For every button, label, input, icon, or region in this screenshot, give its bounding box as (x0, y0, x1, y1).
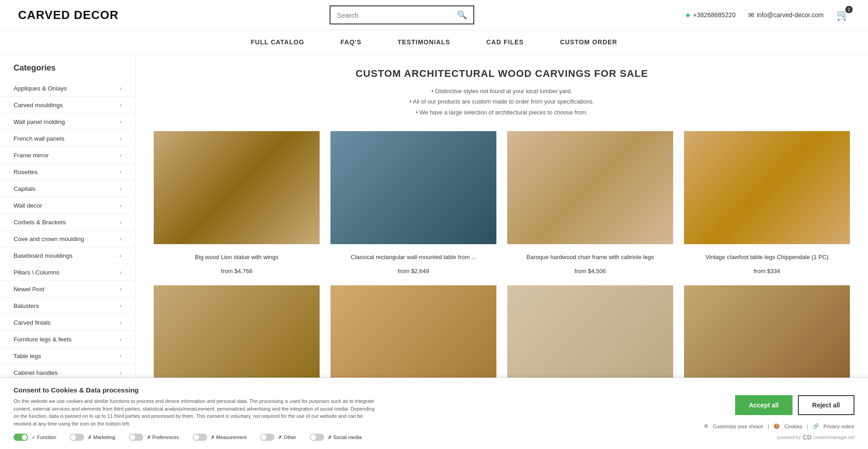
sidebar-item-7[interactable]: Wall decor› (0, 197, 135, 214)
phone-contact[interactable]: ● +38268685220 (685, 10, 736, 20)
cookie-option-measurement[interactable]: ✗ Measurement (193, 434, 246, 435)
nav-item-testimonials[interactable]: TESTIMONIALS (398, 38, 450, 46)
subtitle-line-2: • All of our products are custom made to… (154, 96, 850, 107)
search-box[interactable]: 🔍 (330, 5, 474, 24)
powered-by: powered by CD consentmanager.net (777, 434, 854, 435)
sidebar-item-1[interactable]: Carved mouldings› (0, 97, 135, 113)
product-card-0[interactable]: Big wood Lion statue with wings from $4,… (154, 131, 320, 274)
sidebar-item-6[interactable]: Capitals› (0, 180, 135, 197)
sidebar-item-label-10: Baseboard mouldings (14, 252, 73, 259)
product-price-1: from $2,649 (330, 268, 496, 274)
sidebar-item-label-7: Wall decor (14, 202, 42, 209)
search-icon[interactable]: 🔍 (457, 10, 467, 20)
sidebar-item-label-5: Rosettes (14, 169, 38, 175)
cart-badge: 0 (845, 6, 853, 13)
cookie-option-marketing[interactable]: ✗ Marketing (70, 434, 115, 435)
sidebar-item-label-3: French wall panels (14, 135, 65, 142)
measurement-label: ✗ Measurement (211, 435, 246, 436)
cookie-option-function[interactable]: ✓ Function (14, 434, 56, 435)
nav-item-full-catalog[interactable]: FULL CATALOG (251, 38, 305, 46)
preferences-toggle[interactable] (129, 434, 143, 435)
cookie-buttons: Accept all Reject all (735, 395, 854, 415)
sidebar-item-16[interactable]: Table legs› (0, 348, 135, 364)
product-visual-0 (154, 131, 320, 244)
social-toggle[interactable] (310, 434, 324, 435)
consent-manager-logo: CD (802, 434, 811, 435)
sidebar-item-label-0: Appliques & Onlays (14, 85, 67, 92)
accept-all-button[interactable]: Accept all (735, 395, 792, 415)
chevron-right-icon-13: › (119, 302, 122, 309)
marketing-label: ✗ Marketing (88, 435, 115, 436)
sidebar-item-label-12: Newel Post (14, 286, 44, 293)
sidebar-item-label-9: Cove and crown moulding (14, 236, 84, 242)
sidebar-item-4[interactable]: Frame mirror› (0, 147, 135, 164)
product-image-0 (154, 131, 320, 244)
chevron-right-icon-14: › (119, 319, 122, 326)
cookie-option-preferences[interactable]: ✗ Preferences (129, 434, 179, 435)
header-right: ● +38268685220 ✉ info@carved-decor.com 🛒… (685, 9, 850, 21)
search-input[interactable] (337, 11, 457, 19)
product-price-2: from $4,506 (507, 268, 673, 274)
email-contact[interactable]: ✉ info@carved-decor.com (748, 11, 824, 19)
sidebar-item-9[interactable]: Cove and crown moulding› (0, 231, 135, 247)
sidebar-item-12[interactable]: Newel Post› (0, 281, 135, 298)
chevron-right-icon-0: › (119, 85, 122, 92)
sidebar-item-8[interactable]: Corbels & Brackets› (0, 214, 135, 231)
function-toggle[interactable] (14, 434, 28, 435)
product-name-3: Vintage clawfoot table legs Chippendale … (684, 249, 850, 265)
privacy-notice-link[interactable]: Privacy notice (824, 424, 854, 429)
sidebar-item-label-8: Corbels & Brackets (14, 219, 66, 226)
product-visual-1 (330, 131, 496, 244)
product-name-0: Big wood Lion statue with wings (154, 249, 320, 265)
cart-icon[interactable]: 🛒 0 (836, 9, 850, 21)
cookies-link[interactable]: Cookies (784, 424, 802, 429)
logo: CARVED DECOR (18, 8, 118, 22)
other-toggle[interactable] (260, 434, 274, 435)
sidebar-item-3[interactable]: French wall panels› (0, 130, 135, 147)
chevron-right-icon-4: › (119, 151, 122, 159)
function-label: ✓ Function (32, 435, 56, 436)
nav-item-faqs[interactable]: FAQ'S (340, 38, 361, 46)
nav-item-custom-order[interactable]: CUSTOM ORDER (560, 38, 618, 46)
divider-1: | (768, 424, 769, 429)
header: CARVED DECOR 🔍 ● +38268685220 ✉ info@car… (0, 0, 868, 30)
sidebar-item-label-4: Frame mirror (14, 152, 49, 159)
product-card-2[interactable]: Baroque hardwood chair frame with cabrio… (507, 131, 673, 274)
sidebar-item-15[interactable]: Furniture legs & feets› (0, 331, 135, 348)
cookie-icon: 🍪 (774, 423, 780, 429)
sidebar-item-14[interactable]: Carved finials› (0, 314, 135, 331)
phone-number: +38268685220 (693, 11, 736, 19)
product-card-1[interactable]: Classical rectangular wall-mounted table… (330, 131, 496, 274)
chevron-right-icon-3: › (119, 135, 122, 142)
product-visual-3 (684, 131, 850, 244)
measurement-toggle[interactable] (193, 434, 207, 435)
cookie-option-other[interactable]: ✗ Other (260, 434, 296, 435)
email-icon: ✉ (748, 11, 754, 19)
chevron-right-icon-12: › (119, 285, 122, 293)
cookie-option-social[interactable]: ✗ Social media (310, 434, 362, 435)
chevron-right-icon-6: › (119, 185, 122, 192)
product-card-3[interactable]: Vintage clawfoot table legs Chippendale … (684, 131, 850, 274)
cookie-title: Consent to Cookies & Data processing (14, 386, 704, 394)
gear-icon: ⚙ (704, 423, 708, 429)
marketing-toggle[interactable] (70, 434, 84, 435)
social-label: ✗ Social media (328, 435, 362, 436)
page-subtitle: • Distinctive styles not found at your l… (154, 86, 850, 118)
sidebar-item-11[interactable]: Pillars \ Columns› (0, 264, 135, 281)
customize-choice-link[interactable]: Customize your choice (713, 424, 763, 429)
nav-item-cad-files[interactable]: CAD FILES (486, 38, 524, 46)
product-price-0: from $4,768 (154, 268, 320, 274)
cookie-banner: Consent to Cookies & Data processing On … (0, 378, 868, 435)
reject-all-button[interactable]: Reject all (798, 395, 854, 415)
chevron-right-icon-7: › (119, 202, 122, 209)
product-image-1 (330, 131, 496, 244)
sidebar-item-2[interactable]: Wall panel molding› (0, 113, 135, 130)
sidebar-item-5[interactable]: Rosettes› (0, 164, 135, 180)
sidebar-item-10[interactable]: Baseboard mouldings› (0, 247, 135, 264)
cookie-text: On this website we use cookies and simil… (14, 397, 375, 427)
chevron-right-icon-1: › (119, 101, 122, 109)
sidebar-item-0[interactable]: Appliques & Onlays› (0, 80, 135, 97)
sidebar-item-13[interactable]: Balusters› (0, 298, 135, 314)
sidebar-title: Categories (0, 63, 135, 80)
divider-2: | (807, 424, 808, 429)
